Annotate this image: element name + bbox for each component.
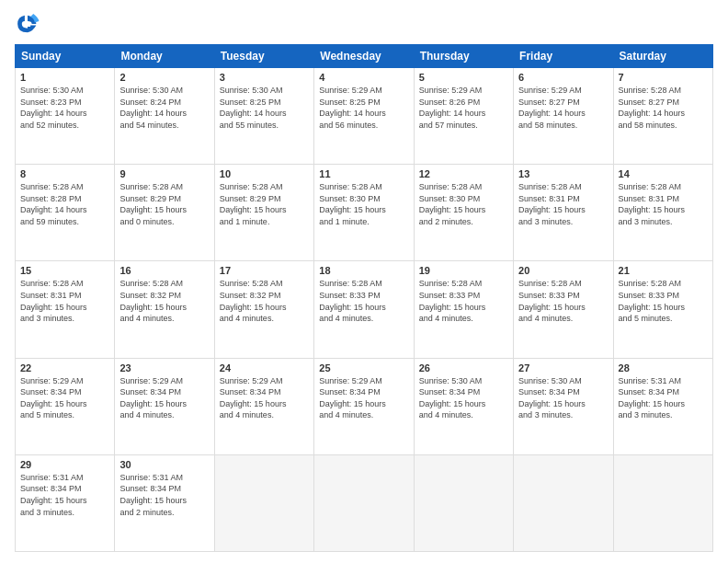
day-number: 25 — [319, 362, 408, 373]
day-number: 27 — [518, 362, 608, 373]
day-number: 20 — [518, 265, 608, 276]
calendar-day-cell: 18Sunrise: 5:28 AM Sunset: 8:33 PM Dayli… — [314, 261, 414, 358]
day-number: 30 — [119, 459, 209, 470]
day-info: Sunrise: 5:31 AM Sunset: 8:34 PM Dayligh… — [20, 472, 109, 518]
calendar-day-cell: 22Sunrise: 5:29 AM Sunset: 8:34 PM Dayli… — [16, 358, 115, 454]
header — [15, 11, 713, 37]
day-info: Sunrise: 5:29 AM Sunset: 8:34 PM Dayligh… — [220, 375, 309, 421]
weekday-header: Wednesday — [314, 45, 414, 68]
page: SundayMondayTuesdayWednesdayThursdayFrid… — [0, 0, 728, 563]
calendar-day-cell: 2Sunrise: 5:30 AM Sunset: 8:24 PM Daylig… — [115, 68, 214, 165]
day-info: Sunrise: 5:28 AM Sunset: 8:31 PM Dayligh… — [518, 181, 608, 227]
day-number: 19 — [419, 265, 508, 276]
day-info: Sunrise: 5:29 AM Sunset: 8:34 PM Dayligh… — [119, 375, 209, 421]
day-info: Sunrise: 5:30 AM Sunset: 8:25 PM Dayligh… — [220, 85, 309, 131]
day-number: 23 — [119, 362, 209, 373]
day-number: 12 — [419, 168, 508, 179]
calendar-day-cell: 16Sunrise: 5:28 AM Sunset: 8:32 PM Dayli… — [115, 261, 214, 358]
calendar-day-cell: 14Sunrise: 5:28 AM Sunset: 8:31 PM Dayli… — [613, 165, 712, 261]
calendar-day-cell: 17Sunrise: 5:28 AM Sunset: 8:32 PM Dayli… — [214, 261, 313, 358]
day-number: 21 — [619, 265, 708, 276]
calendar-day-cell: 23Sunrise: 5:29 AM Sunset: 8:34 PM Dayli… — [115, 358, 214, 454]
day-number: 5 — [419, 72, 508, 83]
calendar-table: SundayMondayTuesdayWednesdayThursdayFrid… — [15, 44, 713, 552]
calendar-day-cell: 12Sunrise: 5:28 AM Sunset: 8:30 PM Dayli… — [414, 165, 513, 261]
day-number: 14 — [619, 168, 708, 179]
day-info: Sunrise: 5:28 AM Sunset: 8:32 PM Dayligh… — [119, 278, 209, 324]
calendar-day-cell: 20Sunrise: 5:28 AM Sunset: 8:33 PM Dayli… — [514, 261, 613, 358]
day-number: 3 — [220, 72, 309, 83]
calendar-day-cell — [514, 454, 613, 551]
day-number: 2 — [119, 72, 209, 83]
calendar-day-cell — [414, 454, 513, 551]
day-info: Sunrise: 5:31 AM Sunset: 8:34 PM Dayligh… — [619, 375, 708, 421]
day-number: 24 — [220, 362, 309, 373]
calendar-day-cell: 1Sunrise: 5:30 AM Sunset: 8:23 PM Daylig… — [16, 68, 115, 165]
day-info: Sunrise: 5:28 AM Sunset: 8:33 PM Dayligh… — [518, 278, 608, 324]
calendar-week-row: 8Sunrise: 5:28 AM Sunset: 8:28 PM Daylig… — [16, 165, 713, 261]
day-info: Sunrise: 5:29 AM Sunset: 8:26 PM Dayligh… — [419, 85, 508, 131]
day-info: Sunrise: 5:30 AM Sunset: 8:23 PM Dayligh… — [20, 85, 109, 131]
calendar-day-cell — [214, 454, 313, 551]
day-number: 11 — [319, 168, 408, 179]
day-info: Sunrise: 5:28 AM Sunset: 8:33 PM Dayligh… — [319, 278, 408, 324]
day-info: Sunrise: 5:29 AM Sunset: 8:25 PM Dayligh… — [319, 85, 408, 131]
calendar-header-row: SundayMondayTuesdayWednesdayThursdayFrid… — [16, 45, 713, 68]
day-info: Sunrise: 5:29 AM Sunset: 8:27 PM Dayligh… — [518, 85, 608, 131]
day-number: 15 — [20, 265, 109, 276]
day-info: Sunrise: 5:30 AM Sunset: 8:34 PM Dayligh… — [419, 375, 508, 421]
calendar-week-row: 15Sunrise: 5:28 AM Sunset: 8:31 PM Dayli… — [16, 261, 713, 358]
day-number: 28 — [619, 362, 708, 373]
calendar-day-cell: 13Sunrise: 5:28 AM Sunset: 8:31 PM Dayli… — [514, 165, 613, 261]
weekday-header: Sunday — [16, 45, 115, 68]
calendar-day-cell: 21Sunrise: 5:28 AM Sunset: 8:33 PM Dayli… — [613, 261, 712, 358]
day-info: Sunrise: 5:28 AM Sunset: 8:31 PM Dayligh… — [20, 278, 109, 324]
day-number: 18 — [319, 265, 408, 276]
calendar-day-cell: 29Sunrise: 5:31 AM Sunset: 8:34 PM Dayli… — [16, 454, 115, 551]
day-number: 16 — [119, 265, 209, 276]
day-number: 1 — [20, 72, 109, 83]
calendar-day-cell: 15Sunrise: 5:28 AM Sunset: 8:31 PM Dayli… — [16, 261, 115, 358]
calendar-day-cell: 7Sunrise: 5:28 AM Sunset: 8:27 PM Daylig… — [613, 68, 712, 165]
calendar-day-cell: 25Sunrise: 5:29 AM Sunset: 8:34 PM Dayli… — [314, 358, 414, 454]
day-info: Sunrise: 5:28 AM Sunset: 8:30 PM Dayligh… — [419, 181, 508, 227]
calendar-day-cell: 4Sunrise: 5:29 AM Sunset: 8:25 PM Daylig… — [314, 68, 414, 165]
calendar-week-row: 29Sunrise: 5:31 AM Sunset: 8:34 PM Dayli… — [16, 454, 713, 551]
day-info: Sunrise: 5:28 AM Sunset: 8:28 PM Dayligh… — [20, 181, 109, 227]
day-number: 17 — [220, 265, 309, 276]
day-number: 6 — [518, 72, 608, 83]
calendar-day-cell: 26Sunrise: 5:30 AM Sunset: 8:34 PM Dayli… — [414, 358, 513, 454]
calendar-week-row: 22Sunrise: 5:29 AM Sunset: 8:34 PM Dayli… — [16, 358, 713, 454]
day-info: Sunrise: 5:30 AM Sunset: 8:24 PM Dayligh… — [119, 85, 209, 131]
calendar-day-cell: 5Sunrise: 5:29 AM Sunset: 8:26 PM Daylig… — [414, 68, 513, 165]
weekday-header: Thursday — [414, 45, 513, 68]
day-number: 7 — [619, 72, 708, 83]
day-info: Sunrise: 5:28 AM Sunset: 8:29 PM Dayligh… — [119, 181, 209, 227]
weekday-header: Saturday — [613, 45, 712, 68]
calendar-day-cell: 24Sunrise: 5:29 AM Sunset: 8:34 PM Dayli… — [214, 358, 313, 454]
weekday-header: Tuesday — [214, 45, 313, 68]
day-number: 8 — [20, 168, 109, 179]
calendar-day-cell: 19Sunrise: 5:28 AM Sunset: 8:33 PM Dayli… — [414, 261, 513, 358]
day-info: Sunrise: 5:28 AM Sunset: 8:33 PM Dayligh… — [619, 278, 708, 324]
day-info: Sunrise: 5:28 AM Sunset: 8:32 PM Dayligh… — [220, 278, 309, 324]
calendar-day-cell: 6Sunrise: 5:29 AM Sunset: 8:27 PM Daylig… — [514, 68, 613, 165]
calendar-day-cell: 28Sunrise: 5:31 AM Sunset: 8:34 PM Dayli… — [613, 358, 712, 454]
day-number: 4 — [319, 72, 408, 83]
logo-icon — [15, 11, 40, 37]
day-info: Sunrise: 5:29 AM Sunset: 8:34 PM Dayligh… — [319, 375, 408, 421]
day-info: Sunrise: 5:28 AM Sunset: 8:31 PM Dayligh… — [619, 181, 708, 227]
weekday-header: Friday — [514, 45, 613, 68]
calendar-day-cell — [314, 454, 414, 551]
day-number: 29 — [20, 459, 109, 470]
calendar-day-cell: 10Sunrise: 5:28 AM Sunset: 8:29 PM Dayli… — [214, 165, 313, 261]
calendar-day-cell: 9Sunrise: 5:28 AM Sunset: 8:29 PM Daylig… — [115, 165, 214, 261]
day-number: 22 — [20, 362, 109, 373]
calendar-day-cell: 8Sunrise: 5:28 AM Sunset: 8:28 PM Daylig… — [16, 165, 115, 261]
calendar-day-cell: 11Sunrise: 5:28 AM Sunset: 8:30 PM Dayli… — [314, 165, 414, 261]
day-info: Sunrise: 5:28 AM Sunset: 8:30 PM Dayligh… — [319, 181, 408, 227]
calendar-week-row: 1Sunrise: 5:30 AM Sunset: 8:23 PM Daylig… — [16, 68, 713, 165]
day-info: Sunrise: 5:31 AM Sunset: 8:34 PM Dayligh… — [119, 472, 209, 518]
calendar-day-cell: 30Sunrise: 5:31 AM Sunset: 8:34 PM Dayli… — [115, 454, 214, 551]
day-number: 9 — [119, 168, 209, 179]
